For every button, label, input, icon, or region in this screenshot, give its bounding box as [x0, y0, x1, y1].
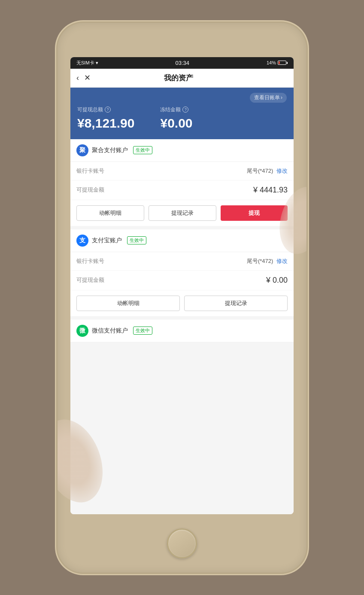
- alipay-detail-button[interactable]: 动帐明细: [76, 296, 180, 311]
- view-statement-button[interactable]: 查看日账单 ›: [250, 93, 287, 103]
- status-bar: 无SIM卡 ▾ 03:34 14%: [70, 57, 294, 69]
- status-left: 无SIM卡 ▾: [76, 60, 98, 66]
- alipay-bank-label: 银行卡账号: [76, 257, 104, 265]
- nav-bar: ‹ ✕ 我的资产: [70, 69, 294, 88]
- page-title: 我的资产: [91, 73, 266, 83]
- alipay-status-badge: 生效中: [127, 236, 146, 244]
- header-blue: 查看日账单 › 可提现总额 ? ¥8,121.90 冻结金额 ?: [70, 88, 294, 139]
- phone-frame: 无SIM卡 ▾ 03:34 14% ‹ ✕ 我的资产: [58, 23, 306, 573]
- sim-status: 无SIM卡 ▾: [76, 60, 98, 66]
- juhe-detail-button[interactable]: 动帐明细: [76, 205, 144, 221]
- alipay-amount-value: ¥ 0.00: [266, 276, 288, 285]
- view-statement-label: 查看日账单: [254, 94, 280, 101]
- wechat-account-icon: 微: [76, 325, 88, 337]
- juhe-bank-label: 银行卡账号: [76, 167, 104, 175]
- alipay-edit-link[interactable]: 修改: [276, 258, 288, 264]
- juhe-account-section: 聚 聚合支付账户 生效中 银行卡账号 尾号(*472) 修改 可提现金额 ¥ 4…: [70, 139, 294, 226]
- nav-icons: ‹ ✕: [76, 73, 91, 82]
- alipay-action-buttons: 动帐明细 提现记录: [70, 290, 294, 316]
- juhe-bank-value: 尾号(*472) 修改: [247, 167, 288, 175]
- total-label: 可提现总额 ?: [77, 106, 134, 113]
- alipay-amount-label: 可提现金额: [76, 276, 104, 284]
- frozen-amount-block: 冻结金额 ? ¥0.00: [160, 106, 192, 131]
- frozen-value: ¥0.00: [160, 116, 192, 131]
- battery-fill: [279, 61, 280, 64]
- juhe-amount-label: 可提现金额: [76, 186, 104, 194]
- alipay-account-icon: 支: [76, 235, 88, 247]
- back-button[interactable]: ‹: [76, 73, 79, 82]
- phone-screen: 无SIM卡 ▾ 03:34 14% ‹ ✕ 我的资产: [70, 57, 294, 515]
- view-statement-area: 查看日账单 ›: [77, 93, 287, 103]
- battery-tip: [287, 62, 288, 64]
- total-question-icon[interactable]: ?: [105, 107, 111, 113]
- wechat-account-header: 微 微信支付账户 生效中: [70, 320, 294, 342]
- juhe-account-name: 聚合支付账户: [92, 146, 128, 154]
- amounts-row: 可提现总额 ? ¥8,121.90 冻结金额 ? ¥0.00: [77, 106, 287, 131]
- alipay-record-button[interactable]: 提现记录: [184, 296, 288, 311]
- content-area: 聚 聚合支付账户 生效中 银行卡账号 尾号(*472) 修改 可提现金额 ¥ 4…: [70, 139, 294, 515]
- alipay-bank-value: 尾号(*472) 修改: [247, 257, 288, 265]
- alipay-account-name: 支付宝账户: [92, 237, 122, 244]
- close-button[interactable]: ✕: [84, 73, 91, 82]
- alipay-amount-row: 可提现金额 ¥ 0.00: [70, 271, 294, 290]
- juhe-withdraw-button[interactable]: 提现: [221, 205, 288, 221]
- wechat-account-section: 微 微信支付账户 生效中: [70, 320, 294, 342]
- frozen-question-icon[interactable]: ?: [182, 107, 188, 113]
- juhe-action-buttons: 动帐明细 提现记录 提现: [70, 200, 294, 226]
- juhe-account-header: 聚 聚合支付账户 生效中: [70, 139, 294, 162]
- juhe-status-badge: 生效中: [133, 146, 152, 154]
- juhe-record-button[interactable]: 提现记录: [149, 205, 216, 221]
- juhe-amount-row: 可提现金额 ¥ 4441.93: [70, 180, 294, 200]
- status-time: 03:34: [176, 60, 190, 66]
- juhe-amount-value: ¥ 4441.93: [253, 186, 288, 195]
- wechat-status-badge: 生效中: [133, 326, 152, 335]
- alipay-account-header: 支 支付宝账户 生效中: [70, 229, 294, 252]
- frozen-label: 冻结金额 ?: [160, 106, 192, 113]
- alipay-account-section: 支 支付宝账户 生效中 银行卡账号 尾号(*472) 修改 可提现金额 ¥ 0.…: [70, 229, 294, 316]
- wechat-account-name: 微信支付账户: [92, 327, 128, 335]
- juhe-bank-row: 银行卡账号 尾号(*472) 修改: [70, 162, 294, 180]
- battery-percent: 14%: [267, 60, 276, 65]
- home-button[interactable]: [167, 528, 197, 558]
- status-right: 14%: [267, 60, 288, 65]
- battery-icon: [278, 61, 288, 65]
- juhe-edit-link[interactable]: 修改: [276, 168, 288, 174]
- home-button-area: [167, 514, 197, 572]
- total-amount-block: 可提现总额 ? ¥8,121.90: [77, 106, 134, 131]
- juhe-account-icon: 聚: [76, 144, 88, 156]
- battery-body: [278, 61, 286, 65]
- alipay-bank-row: 银行卡账号 尾号(*472) 修改: [70, 252, 294, 271]
- total-value: ¥8,121.90: [77, 116, 134, 131]
- chevron-right-icon: ›: [281, 95, 282, 101]
